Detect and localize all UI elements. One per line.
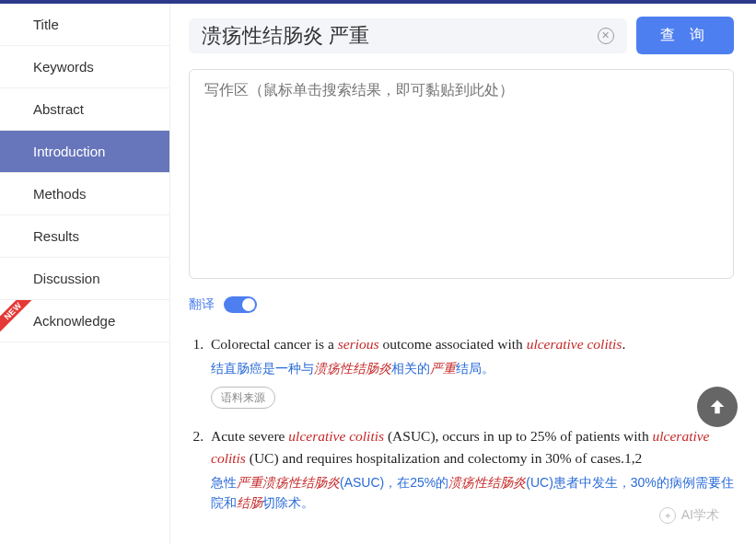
search-box: ✕	[189, 18, 627, 53]
sidebar-item-title[interactable]: Title	[0, 4, 169, 46]
query-button[interactable]: 查 询	[636, 17, 734, 54]
watermark-text: AI学术	[681, 507, 719, 524]
new-ribbon: NEW	[0, 300, 39, 339]
sidebar-item-label: Discussion	[33, 271, 100, 286]
scroll-top-button[interactable]	[697, 387, 738, 427]
sidebar-item-keywords[interactable]: Keywords	[0, 46, 169, 88]
sidebar-item-methods[interactable]: Methods	[0, 173, 169, 215]
sidebar: TitleKeywordsAbstractIntroductionMethods…	[0, 4, 170, 544]
result-number: 2.	[189, 425, 211, 513]
result-translation: 结直肠癌是一种与溃疡性结肠炎相关的严重结局。	[211, 359, 734, 379]
sidebar-item-introduction[interactable]: Introduction	[0, 131, 169, 173]
sidebar-item-label: Abstract	[33, 101, 84, 117]
sidebar-item-abstract[interactable]: Abstract	[0, 88, 169, 131]
sidebar-item-label: Methods	[33, 186, 87, 202]
result-english: Acute severe ulcerative colitis (ASUC), …	[211, 425, 734, 469]
result-item[interactable]: 2.Acute severe ulcerative colitis (ASUC)…	[189, 425, 734, 513]
search-input[interactable]	[202, 24, 598, 48]
sidebar-item-label: Keywords	[33, 59, 94, 75]
sidebar-item-label: Title	[33, 17, 59, 32]
result-english: Colorectal cancer is a serious outcome a…	[211, 333, 734, 355]
arrow-up-icon	[707, 397, 727, 417]
sidebar-item-label: Introduction	[33, 144, 105, 159]
result-body: Colorectal cancer is a serious outcome a…	[211, 333, 734, 409]
sidebar-item-acknowledge[interactable]: NEWAcknowledge	[0, 300, 169, 342]
sidebar-item-discussion[interactable]: Discussion	[0, 258, 169, 300]
translate-label: 翻译	[189, 296, 215, 313]
result-translation: 急性严重溃疡性结肠炎(ASUC)，在25%的溃疡性结肠炎(UC)患者中发生，30…	[211, 473, 734, 513]
translate-toggle[interactable]	[224, 296, 257, 313]
clear-icon[interactable]: ✕	[598, 28, 614, 44]
sidebar-item-label: Results	[33, 228, 79, 244]
source-button[interactable]: 语料来源	[211, 387, 275, 410]
writing-area[interactable]	[189, 69, 734, 279]
wechat-icon: ✦	[659, 507, 676, 524]
result-body: Acute severe ulcerative colitis (ASUC), …	[211, 425, 734, 513]
watermark: ✦ AI学术	[659, 507, 719, 524]
sidebar-item-results[interactable]: Results	[0, 215, 169, 258]
result-item[interactable]: 1.Colorectal cancer is a serious outcome…	[189, 333, 734, 409]
main-panel: ✕ 查 询 翻译 1.Colorectal cancer is a seriou…	[170, 4, 756, 544]
result-number: 1.	[189, 333, 211, 409]
sidebar-item-label: Acknowledge	[33, 313, 115, 329]
results-list: 1.Colorectal cancer is a serious outcome…	[189, 333, 734, 514]
